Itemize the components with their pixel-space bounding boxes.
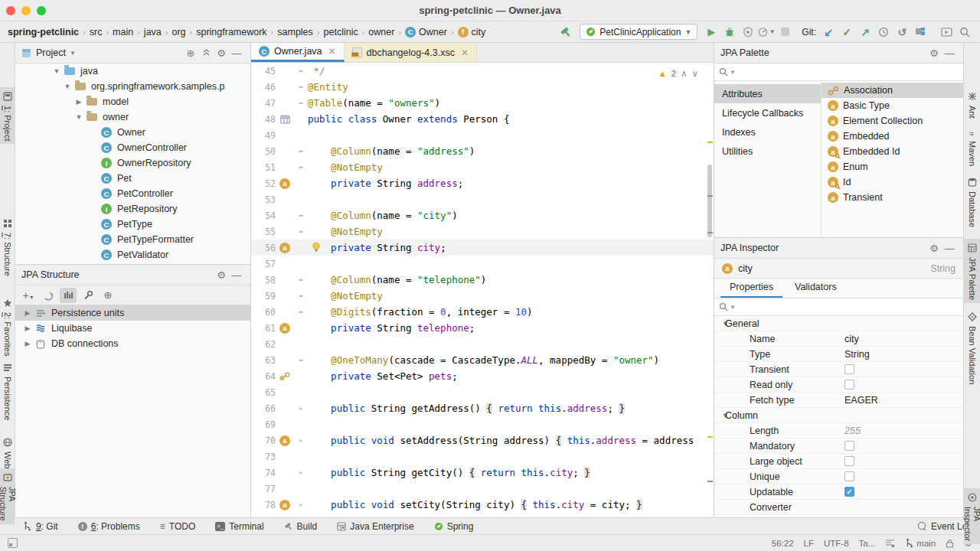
code-line-50[interactable]: 50▬ @Column(name = "address")	[251, 143, 714, 159]
hide-panel-button[interactable]: —	[229, 47, 244, 59]
tree-expand-arrow[interactable]: ▼	[73, 113, 85, 121]
fold-marker[interactable]: ✚	[294, 405, 308, 412]
tool-window-button-jpa-inspector[interactable]: JPA Inspector	[964, 488, 980, 544]
inspector-row-fetch-type[interactable]: Fetch typeEAGER	[714, 393, 963, 408]
code-line-69[interactable]: 69	[251, 416, 714, 432]
inspection-widget[interactable]: ▲ 2 ∧ ∨	[655, 67, 701, 80]
status-item[interactable]: UTF-8	[824, 539, 849, 548]
project-tree-item-owner[interactable]: COwner	[15, 125, 250, 140]
project-tree-item-pettypeformatter[interactable]: CPetTypeFormatter	[15, 232, 250, 247]
code-line-52[interactable]: 52a private String address;	[251, 175, 714, 191]
tree-expand-arrow[interactable]: ▶	[21, 324, 34, 332]
project-panel-title[interactable]: Project	[36, 47, 66, 58]
er-diagram-button[interactable]	[60, 288, 77, 303]
fold-marker[interactable]: ▬	[294, 276, 308, 283]
indent-status[interactable]	[885, 539, 895, 548]
run-configuration-select[interactable]: PetClinicApplication ▼	[580, 24, 697, 40]
tool-window-button-7-structure[interactable]: 7: Structure	[0, 214, 15, 279]
project-tree-item-org.springframework.samples.p[interactable]: ▼org.springframework.samples.p	[15, 79, 250, 94]
breadcrumb-item-org[interactable]: org	[170, 27, 187, 37]
project-tree-item-petvalidator[interactable]: CPetValidator	[15, 247, 250, 262]
chevron-down-icon[interactable]: ▼	[70, 50, 76, 57]
breadcrumb-item-samples[interactable]: samples	[276, 27, 315, 37]
settings-gear-icon[interactable]: ⚙	[214, 269, 229, 281]
tool-window-button-terminal[interactable]: >_Terminal	[215, 521, 263, 532]
tool-window-button-9-git[interactable]: 9: Git	[23, 521, 58, 532]
code-line-65[interactable]: 65	[251, 384, 714, 400]
breadcrumb-item-owner[interactable]: COwner	[403, 27, 449, 37]
breadcrumb-item-petclinic[interactable]: petclinic	[322, 27, 360, 37]
hide-panel-button[interactable]: —	[229, 269, 244, 281]
project-tree-item-model[interactable]: ▶model	[15, 94, 250, 109]
code-line-55[interactable]: 55▬ @NotEmpty	[251, 223, 714, 240]
inspector-row-updatable[interactable]: Updatable✓	[714, 484, 963, 500]
tree-expand-arrow[interactable]: ▶	[21, 309, 34, 317]
code-line-63[interactable]: 63▬ @OneToMany(cascade = CascadeType.ALL…	[251, 352, 714, 368]
fold-marker[interactable]: ✚	[294, 437, 308, 444]
code-line-48[interactable]: 48public class Owner extends Person {	[251, 111, 714, 127]
inspector-row-mandatory[interactable]: Mandatory	[714, 439, 963, 454]
tool-window-button-persistence[interactable]: Persistence	[0, 358, 15, 423]
run-anything-button[interactable]	[937, 23, 956, 41]
project-tree-item-pet[interactable]: CPet	[15, 171, 250, 186]
profiler-button[interactable]: ▼	[757, 23, 776, 41]
update-schema-button[interactable]	[40, 288, 57, 303]
status-item[interactable]: LF	[804, 539, 814, 548]
code-line-62[interactable]: 62	[251, 336, 714, 352]
palette-item-association[interactable]: Association	[822, 83, 963, 98]
inspector-group-general[interactable]: ▼General	[714, 316, 963, 331]
inspector-row-name[interactable]: Namecity	[714, 331, 963, 347]
tool-window-button-6-problems[interactable]: !6: Problems	[78, 521, 140, 532]
inspector-tab-properties[interactable]: Properties	[720, 279, 782, 298]
fold-marker[interactable]: ▬	[294, 292, 308, 299]
read only-checkbox[interactable]	[844, 380, 854, 390]
fold-marker[interactable]: ▬	[294, 212, 308, 219]
fold-marker[interactable]: ✚	[294, 469, 308, 476]
tool-window-button-jpa-palette[interactable]: JPA Palette	[964, 239, 980, 303]
code-line-58[interactable]: 58▬ @Column(name = "telephone")	[251, 272, 714, 288]
next-problem-icon[interactable]: ∨	[692, 68, 698, 79]
zoom-window-button[interactable]	[37, 6, 46, 15]
navigate-source-button[interactable]: ⊕	[100, 288, 116, 303]
palette-category-attributes[interactable]: Attributes	[714, 84, 821, 103]
palette-item-embedded[interactable]: aEmbedded	[822, 129, 963, 144]
hide-panel-button[interactable]: —	[942, 243, 957, 254]
code-line-74[interactable]: 74✚ public String getCity() { return thi…	[251, 465, 714, 481]
project-tree-item-petrepository[interactable]: IPetRepository	[15, 201, 250, 217]
palette-item-id[interactable]: aId	[822, 174, 963, 190]
code-line-70[interactable]: 70a✚ public void setAddress(String addre…	[251, 432, 714, 448]
tool-window-switcher-icon[interactable]	[8, 538, 18, 548]
jpa-structure-item-persistence-units[interactable]: ▶Persistence units	[15, 305, 250, 321]
editor-scrollbar-thumb[interactable]	[707, 165, 712, 237]
code-line-53[interactable]: 53	[251, 191, 714, 207]
inspector-row-unique[interactable]: Unique	[714, 469, 963, 484]
fold-marker[interactable]: ▬	[294, 99, 308, 106]
palette-search-field[interactable]: ▼	[714, 64, 963, 81]
settings-gear-icon[interactable]: ⚙	[926, 47, 942, 59]
project-tree-item-petcontroller[interactable]: CPetController	[15, 186, 250, 201]
code-line-54[interactable]: 54▬ @Column(name = "city")	[251, 207, 714, 223]
settings-gear-icon[interactable]: ⚙	[214, 47, 229, 59]
fold-marker[interactable]: ▬	[294, 148, 308, 155]
tool-window-button-build[interactable]: Build	[284, 521, 318, 532]
fold-marker[interactable]: ▬	[294, 228, 308, 235]
minimize-window-button[interactable]	[21, 6, 31, 15]
project-tree-item-java[interactable]: ▼java	[15, 64, 250, 79]
transient-checkbox[interactable]	[844, 364, 854, 374]
prev-problem-icon[interactable]: ∧	[681, 68, 687, 79]
tool-window-button-web[interactable]: Web	[0, 433, 15, 471]
code-line-64[interactable]: 64 private Set<Pet> pets;	[251, 368, 714, 384]
git-update-button[interactable]: ↙	[819, 23, 838, 41]
git-branch-status[interactable]: main	[905, 538, 936, 548]
tool-window-button-bean-validation[interactable]: Bean Validation	[964, 308, 980, 387]
palette-category-utilities[interactable]: Utilities	[714, 142, 821, 161]
tree-expand-arrow[interactable]: ▶	[21, 340, 34, 347]
fold-marker[interactable]: ▬	[294, 357, 308, 364]
inspector-row-read-only[interactable]: Read only	[714, 377, 963, 393]
inspector-row-type[interactable]: TypeString	[714, 347, 963, 362]
tree-expand-arrow[interactable]: ▶	[73, 98, 85, 106]
inspector-tab-validators[interactable]: Validators	[786, 279, 846, 298]
fold-marker[interactable]: ▬	[294, 308, 308, 315]
diagram-button[interactable]	[911, 23, 929, 41]
palette-category-lifecycle-callbacks[interactable]: Lifecycle Callbacks	[714, 103, 821, 122]
